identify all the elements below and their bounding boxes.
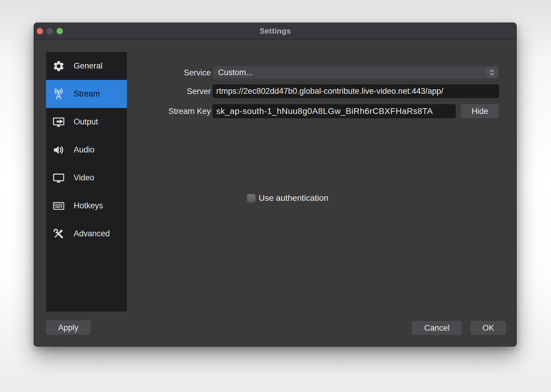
settings-sidebar: General Stream xyxy=(46,52,127,311)
monitor-icon xyxy=(52,171,65,185)
use-authentication-checkbox[interactable] xyxy=(247,194,256,203)
tools-icon xyxy=(52,227,65,240)
cancel-button[interactable]: Cancel xyxy=(412,321,462,335)
sidebar-item-label: Hotkeys xyxy=(74,201,103,210)
use-authentication-label: Use authentication xyxy=(259,193,328,203)
keyboard-icon xyxy=(52,199,65,213)
apply-button[interactable]: Apply xyxy=(46,320,91,335)
stream-key-label: Stream Key xyxy=(121,107,211,116)
service-value: Custom... xyxy=(218,68,253,77)
service-select[interactable]: Custom... xyxy=(213,66,499,79)
sidebar-item-stream[interactable]: Stream xyxy=(46,80,127,108)
broadcast-icon xyxy=(52,87,65,101)
sidebar-item-advanced[interactable]: Advanced xyxy=(46,220,127,248)
chevron-up-down-icon[interactable] xyxy=(486,67,497,78)
ok-button[interactable]: OK xyxy=(470,321,506,335)
use-authentication-row: Use authentication xyxy=(247,194,328,203)
service-label: Service xyxy=(121,68,211,78)
sidebar-item-audio[interactable]: Audio xyxy=(46,136,127,164)
server-input[interactable]: rtmps://2ec802dd47b0.global-contribute.l… xyxy=(213,84,499,98)
sidebar-item-label: Video xyxy=(74,173,94,182)
sidebar-item-label: Audio xyxy=(74,145,94,155)
speaker-icon xyxy=(52,143,65,157)
sidebar-item-video[interactable]: Video xyxy=(46,164,127,192)
sidebar-item-output[interactable]: Output xyxy=(46,108,127,136)
gear-icon xyxy=(52,60,65,73)
settings-window: Settings General Stream xyxy=(34,23,517,347)
monitor-arrow-icon xyxy=(52,115,65,129)
sidebar-item-label: Stream xyxy=(74,89,100,99)
sidebar-item-hotkeys[interactable]: Hotkeys xyxy=(46,192,127,220)
sidebar-item-general[interactable]: General xyxy=(46,52,127,80)
sidebar-item-label: General xyxy=(74,61,103,71)
server-label: Server xyxy=(121,87,211,96)
hide-button[interactable]: Hide xyxy=(461,104,499,118)
stream-key-input[interactable]: sk_ap-south-1_hNuu8g0A8LGw_BiRh6rCBXFHaR… xyxy=(213,104,456,118)
sidebar-item-label: Advanced xyxy=(74,229,110,238)
sidebar-item-label: Output xyxy=(74,117,98,127)
titlebar: Settings xyxy=(34,23,516,39)
window-title: Settings xyxy=(34,23,516,39)
